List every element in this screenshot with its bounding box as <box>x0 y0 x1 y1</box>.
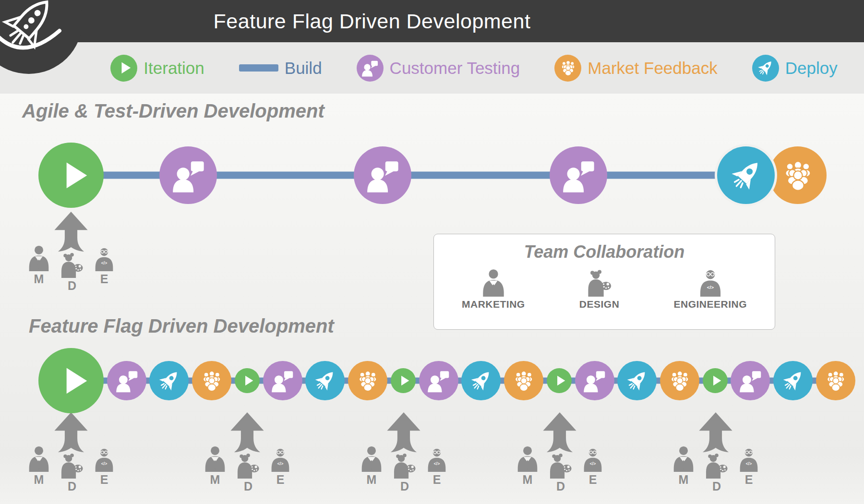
role-marketing: M <box>358 444 385 487</box>
role-engineering: E <box>91 446 117 487</box>
customer-node <box>263 361 302 400</box>
legend-label: Deploy <box>785 59 838 78</box>
rocket-icon <box>752 55 779 82</box>
role-design: D <box>547 451 575 493</box>
role-letter-d: D <box>68 279 76 293</box>
legend-label: Iteration <box>144 59 204 78</box>
deploy-node <box>617 361 657 400</box>
page-title: Feature Flag Driven Development <box>214 10 531 33</box>
market-node <box>660 361 699 400</box>
team-people: M D E <box>199 444 295 487</box>
role-engineering: E <box>267 446 293 487</box>
marketing-person-icon <box>25 444 53 472</box>
role-letter-e: E <box>589 473 597 487</box>
role-marketing: M <box>514 444 541 487</box>
customer-node <box>354 146 411 204</box>
deploy-node <box>149 361 189 400</box>
design-person-icon <box>547 451 575 479</box>
market-node <box>348 361 387 400</box>
section-title-agile: Agile & Test-Driven Development <box>22 100 324 122</box>
iteration-node <box>547 368 572 393</box>
market-node <box>192 361 231 400</box>
role-letter-e: E <box>745 473 753 487</box>
legend-item-deploy: Deploy <box>752 55 838 82</box>
team-people: M D E <box>512 444 608 487</box>
role-design: D <box>391 451 419 493</box>
role-letter-m: M <box>679 473 689 487</box>
design-person-icon <box>58 451 86 479</box>
role-marketing: M <box>25 444 53 487</box>
timeline-agile <box>0 142 864 209</box>
marketing-person-icon <box>358 444 385 472</box>
design-person-icon <box>58 250 86 278</box>
role-letter-d: D <box>244 480 252 493</box>
iteration-node <box>391 368 416 393</box>
market-node <box>504 361 543 400</box>
role-marketing: M <box>25 243 53 286</box>
iteration-node <box>703 368 728 393</box>
rocket-logo <box>0 0 110 101</box>
team-input-cluster-2: M D E <box>199 412 295 487</box>
role-label-marketing: MARKETING <box>462 299 525 310</box>
legend-bar: Iteration Build Customer Testing Market … <box>0 42 864 94</box>
marketing-person-icon <box>479 267 508 297</box>
role-letter-d: D <box>68 480 76 493</box>
section-title-ffdd: Feature Flag Driven Development <box>29 315 334 337</box>
team-input-cluster-5: M D E <box>668 412 764 487</box>
role-design: D <box>58 451 86 493</box>
customer-node <box>575 361 614 400</box>
engineering-person-icon <box>91 446 117 472</box>
legend-label: Customer Testing <box>390 59 520 78</box>
role-letter-m: M <box>34 473 44 487</box>
customer-node <box>159 146 217 204</box>
engineering-person-icon <box>580 446 606 472</box>
role-design: D <box>234 451 262 493</box>
role-letter-e: E <box>100 272 108 286</box>
role-marketing: MARKETING <box>462 267 525 310</box>
app-header: Feature Flag Driven Development <box>0 0 864 42</box>
role-letter-m: M <box>210 473 220 487</box>
customer-testing-icon <box>357 55 384 82</box>
team-input-cluster-1: M D E <box>23 412 119 487</box>
marketing-person-icon <box>670 444 697 472</box>
customer-node <box>419 361 458 400</box>
team-collaboration-title: Team Collaboration <box>434 242 775 262</box>
role-letter-d: D <box>556 480 565 493</box>
role-engineering: E <box>736 446 762 487</box>
role-label-design: DESIGN <box>579 299 620 310</box>
legend-item-iteration: Iteration <box>110 55 204 82</box>
diagram-canvas: Agile & Test-Driven Development M D E Te… <box>0 94 864 504</box>
role-label-engineering: ENGINEERING <box>673 299 747 310</box>
team-collaboration-box: Team Collaboration MARKETING DESIGN ENGI… <box>433 234 775 330</box>
customer-node <box>550 146 607 204</box>
design-person-icon <box>234 451 262 479</box>
customer-node <box>107 361 146 400</box>
engineering-person-icon <box>736 446 762 472</box>
crowd-icon <box>554 55 581 82</box>
role-letter-m: M <box>523 473 533 487</box>
design-person-icon <box>585 267 614 297</box>
role-engineering: E <box>580 446 606 487</box>
team-input-cluster-agile: M D E <box>23 212 119 286</box>
role-design: D <box>703 451 731 493</box>
role-letter-m: M <box>367 473 377 487</box>
role-engineering: ENGINEERING <box>673 267 747 310</box>
role-engineering: E <box>91 245 117 286</box>
marketing-person-icon <box>514 444 541 472</box>
role-engineering: E <box>424 446 450 487</box>
engineering-person-icon <box>424 446 450 472</box>
iteration-node <box>235 368 260 393</box>
market-node <box>769 146 827 204</box>
deploy-node <box>305 361 345 400</box>
role-marketing: M <box>201 444 229 487</box>
role-letter-e: E <box>100 473 108 487</box>
marketing-person-icon <box>25 243 53 271</box>
customer-node <box>731 361 770 400</box>
marketing-person-icon <box>201 444 229 472</box>
engineering-person-icon <box>91 245 117 271</box>
legend-label: Market Feedback <box>588 59 717 78</box>
team-people: M D E <box>23 243 119 286</box>
design-person-icon <box>391 451 419 479</box>
team-people: M D E <box>668 444 764 487</box>
team-roles: MARKETING DESIGN ENGINEERING <box>434 267 775 310</box>
